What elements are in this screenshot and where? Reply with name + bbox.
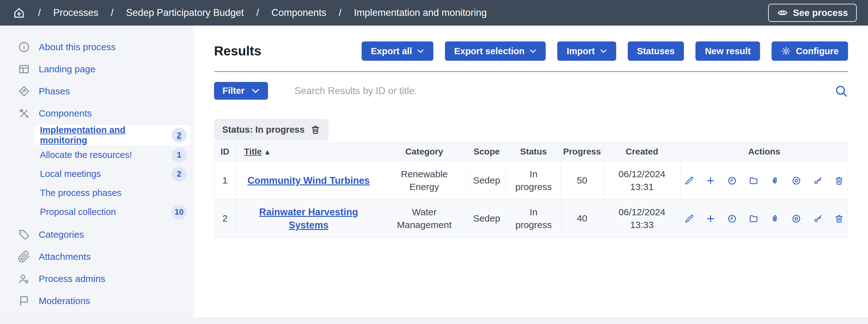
header-category: Category [381,142,467,162]
sidebar-item-process-admins[interactable]: Process admins [0,267,194,290]
breadcrumb-process-name[interactable]: Sedep Participatory Budget [126,7,244,19]
count-badge: 10 [172,205,187,220]
flag-icon [18,295,30,307]
sidebar-item-label: Categories [39,229,84,240]
sidebar-item-moderations[interactable]: Moderations [0,290,194,312]
edit-pencil-icon[interactable] [685,213,694,225]
breadcrumb-separator: / [339,7,342,19]
chevron-down-icon [251,88,259,94]
results-table: ID Title▲ Category Scope Status Progress… [214,141,848,238]
edit-pencil-icon[interactable] [685,175,694,187]
count-badge: 1 [172,148,187,163]
project-folder-icon[interactable] [749,175,758,187]
subnav-item-local-meetings[interactable]: Local meetings 2 [34,165,191,183]
cell-status: In progress [506,162,561,200]
page-title: Results [214,44,261,59]
header-divider [214,71,848,72]
admin-app: / Processes / Sedep Participatory Budget… [0,0,868,324]
timeline-clock-icon[interactable] [727,175,737,187]
footer-strip [0,317,868,324]
cell-created: 06/12/2024 13:33 [603,200,681,238]
sidebar-item-attachments[interactable]: Attachments [0,246,194,267]
remove-filter-trash-icon[interactable] [310,124,320,135]
sidebar-item-phases[interactable]: Phases [0,80,194,102]
sort-by-title-link[interactable]: Title [244,147,262,156]
breadcrumb: / Processes / Sedep Participatory Budget… [12,6,487,19]
export-selection-label: Export selection [454,46,525,57]
export-selection-button[interactable]: Export selection [445,41,546,61]
count-badge: 2 [172,167,187,182]
breadcrumb-processes[interactable]: Processes [53,7,99,19]
chevron-down-icon [600,49,607,53]
eye-icon [777,7,788,19]
topbar: / Processes / Sedep Participatory Budget… [0,0,868,26]
cell-id: 1 [214,162,236,200]
search-button[interactable] [834,84,848,98]
attachment-paperclip-icon[interactable] [770,175,780,187]
add-plus-icon[interactable] [706,213,715,225]
magnifier-icon [834,84,848,98]
search-input[interactable] [294,85,834,97]
permissions-key-icon[interactable] [813,213,823,225]
subnav-item-proposal-collection[interactable]: Proposal collection 10 [34,203,191,221]
subnav-item-label: Allocate the resources! [40,150,132,160]
breadcrumb-separator: / [256,7,259,19]
tools-cross-icon [18,107,30,120]
preview-target-icon[interactable] [792,213,801,225]
header-scope: Scope [467,142,506,162]
sidebar-item-label: Phases [39,86,70,97]
gear-icon [781,46,791,56]
sidebar-item-about[interactable]: About this process [0,36,194,58]
permissions-key-icon[interactable] [813,175,823,187]
cell-progress: 50 [561,162,603,200]
preview-target-icon[interactable] [792,175,801,187]
import-button[interactable]: Import [557,41,616,61]
breadcrumb-separator: / [38,7,41,19]
export-all-button[interactable]: Export all [362,41,433,61]
breadcrumb-separator: / [111,7,114,19]
sidebar-item-landing-page[interactable]: Landing page [0,58,194,80]
home-link[interactable] [12,6,26,19]
configure-button[interactable]: Configure [772,41,848,61]
result-title-link[interactable]: Community Wind Turbines [247,175,370,186]
tag-icon [18,228,30,241]
breadcrumb-current-component[interactable]: Implementation and monitoring [354,7,487,19]
sidebar-item-label: About this process [39,42,116,52]
statuses-button[interactable]: Statuses [628,41,684,61]
filter-row: Filter [214,82,848,100]
header-actions: Actions [681,142,848,162]
sidebar-item-label: Attachments [39,251,91,262]
breadcrumb-components[interactable]: Components [272,7,327,19]
see-process-button[interactable]: See process [768,4,857,22]
header-title: Title▲ [236,142,381,162]
cell-progress: 40 [561,200,603,238]
row-actions [685,213,844,225]
active-filter-chip[interactable]: Status: In progress [214,119,329,140]
result-title-link[interactable]: Rainwater Harvesting Systems [259,207,358,230]
header-progress: Progress [561,142,603,162]
chevron-down-icon [417,49,424,53]
sidebar-item-components[interactable]: Components [0,102,194,124]
add-plus-icon[interactable] [706,175,715,187]
new-result-button[interactable]: New result [695,41,760,61]
subnav-item-label: Implementation and monitoring [40,125,172,145]
sidebar-item-categories[interactable]: Categories [0,223,194,246]
table-row: 1 Community Wind Turbines Renewable Ener… [214,162,848,200]
filter-button[interactable]: Filter [214,82,268,100]
phases-diamond-icon [18,85,30,98]
sort-asc-icon: ▲ [264,148,271,156]
project-folder-icon[interactable] [749,213,758,225]
subnav-item-implementation-and-monitoring[interactable]: Implementation and monitoring 2 [34,125,191,145]
sidebar-item-label: Components [39,108,92,119]
subnav-item-allocate-the-resources[interactable]: Allocate the resources! 1 [34,145,191,165]
subnav-item-label: The process phases [40,188,121,198]
statuses-label: Statuses [637,46,675,57]
cell-status: In progress [506,200,561,238]
attachment-paperclip-icon[interactable] [770,213,780,225]
sidebar-item-label: Moderations [39,296,90,306]
cell-category: Renewable Energy [381,162,467,200]
subnav-item-the-process-phases[interactable]: The process phases [34,183,191,203]
delete-trash-icon[interactable] [834,213,844,225]
delete-trash-icon[interactable] [834,175,844,187]
timeline-clock-icon[interactable] [727,213,737,225]
